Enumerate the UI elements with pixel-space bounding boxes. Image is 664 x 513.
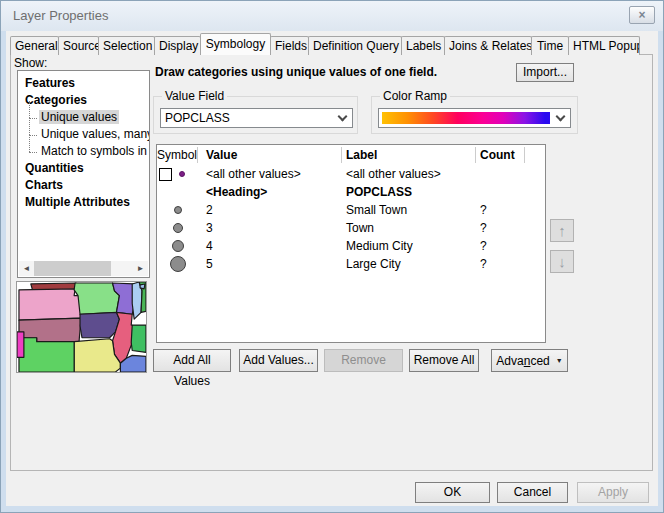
title-bar[interactable]: Layer Properties ×: [1, 1, 663, 31]
cancel-button[interactable]: Cancel: [497, 482, 568, 503]
tree-item-categories[interactable]: Categories: [23, 92, 149, 109]
tree-horizontal-scrollbar[interactable]: ◄ ►: [19, 261, 148, 276]
chevron-down-icon[interactable]: [556, 112, 566, 122]
tree-item-unique-values[interactable]: Unique values: [23, 109, 149, 126]
header-value: Value: [198, 147, 342, 163]
tree-item-unique-values-many[interactable]: Unique values, many: [23, 126, 149, 143]
advanced-button[interactable]: Advanced▼: [491, 349, 568, 372]
header-label: Label: [342, 147, 476, 163]
scrollbar-thumb[interactable]: [34, 261, 111, 276]
value-field-value: POPCLASS: [161, 109, 352, 127]
tab-selection[interactable]: Selection: [98, 36, 155, 55]
tab-time[interactable]: Time: [531, 36, 569, 55]
dropdown-arrow-icon: ▼: [556, 357, 563, 364]
tab-bar: General Source Selection Display Symbolo…: [10, 33, 639, 55]
values-list-header: Symbol Value Label Count: [157, 145, 545, 165]
symbol-dot[interactable]: [174, 206, 182, 214]
add-all-values-button[interactable]: Add All Values: [153, 349, 231, 372]
symbology-tab-page: Show: Features Categories Unique values …: [10, 54, 653, 471]
map-preview: [16, 281, 147, 373]
table-row-medium-city[interactable]: 4 Medium City ?: [157, 237, 545, 255]
tab-definition-query[interactable]: Definition Query: [308, 36, 402, 55]
remove-button[interactable]: Remove: [324, 349, 403, 372]
import-button[interactable]: Import...: [516, 63, 574, 82]
tab-joins-relates[interactable]: Joins & Relates: [444, 36, 532, 55]
tab-source[interactable]: Source: [58, 36, 99, 55]
move-up-button[interactable]: ↑: [550, 219, 574, 242]
symbol-dot[interactable]: [173, 223, 183, 233]
window-title: Layer Properties: [13, 8, 108, 23]
table-row-large-city[interactable]: 5 Large City ?: [157, 255, 545, 273]
symbol-dot[interactable]: [172, 240, 184, 252]
value-field-group: Value Field POPCLASS: [153, 96, 358, 134]
layer-properties-dialog: Layer Properties × General Source Select…: [0, 0, 664, 513]
symbol-dot[interactable]: [170, 256, 186, 272]
add-values-button[interactable]: Add Values...: [239, 349, 318, 372]
tab-fields[interactable]: Fields: [270, 36, 309, 55]
ok-button[interactable]: OK: [415, 482, 490, 503]
tree-item-quantities[interactable]: Quantities: [23, 160, 149, 177]
value-field-label: Value Field: [162, 89, 227, 103]
tab-symbology[interactable]: Symbology: [200, 33, 271, 55]
header-count: Count: [476, 147, 525, 163]
show-tree: Features Categories Unique values Unique…: [17, 70, 150, 278]
move-down-button[interactable]: ↓: [550, 250, 574, 273]
up-arrow-icon: ↑: [558, 222, 566, 239]
tree-item-match-to-symbols[interactable]: Match to symbols in a: [23, 143, 149, 160]
color-ramp-swatch: [382, 112, 550, 124]
all-other-values-symbol[interactable]: [179, 171, 185, 177]
remove-all-button[interactable]: Remove All: [409, 349, 479, 372]
tab-labels[interactable]: Labels: [401, 36, 445, 55]
table-row-heading[interactable]: <Heading> POPCLASS: [157, 183, 545, 201]
scroll-right-icon[interactable]: ►: [133, 261, 148, 276]
dialog-client-area: General Source Selection Display Symbolo…: [6, 31, 658, 506]
scroll-left-icon[interactable]: ◄: [19, 261, 34, 276]
panel-description: Draw categories using unique values of o…: [155, 65, 437, 79]
show-label: Show:: [14, 56, 47, 70]
values-list: Symbol Value Label Count <all other valu…: [156, 144, 546, 343]
tab-html-popup[interactable]: HTML Popup: [568, 36, 640, 55]
table-row-small-town[interactable]: 2 Small Town ?: [157, 201, 545, 219]
color-ramp-dropdown[interactable]: [378, 108, 571, 128]
header-symbol: Symbol: [157, 147, 198, 163]
color-ramp-group: Color Ramp: [371, 96, 578, 134]
tree-item-multiple-attributes[interactable]: Multiple Attributes: [23, 194, 149, 211]
tree-item-features[interactable]: Features: [23, 75, 149, 92]
all-other-values-checkbox[interactable]: [159, 168, 172, 181]
map-preview-image: [17, 282, 146, 372]
value-field-dropdown[interactable]: POPCLASS: [160, 108, 353, 128]
color-ramp-label: Color Ramp: [380, 89, 450, 103]
tab-general[interactable]: General: [10, 36, 59, 55]
tab-display[interactable]: Display: [154, 36, 201, 55]
close-icon[interactable]: ×: [629, 6, 655, 24]
tree-item-charts[interactable]: Charts: [23, 177, 149, 194]
table-row-all-other-values[interactable]: <all other values> <all other values>: [157, 165, 545, 183]
down-arrow-icon: ↓: [558, 253, 566, 270]
table-row-town[interactable]: 3 Town ?: [157, 219, 545, 237]
apply-button[interactable]: Apply: [577, 482, 649, 503]
